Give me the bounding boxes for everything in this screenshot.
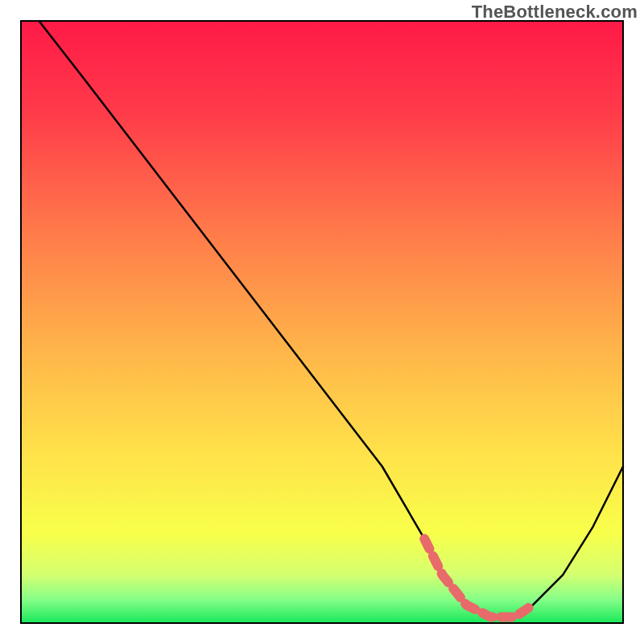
chart-svg <box>0 0 644 644</box>
chart-canvas: TheBottleneck.com <box>0 0 644 644</box>
plot-background <box>21 21 623 623</box>
